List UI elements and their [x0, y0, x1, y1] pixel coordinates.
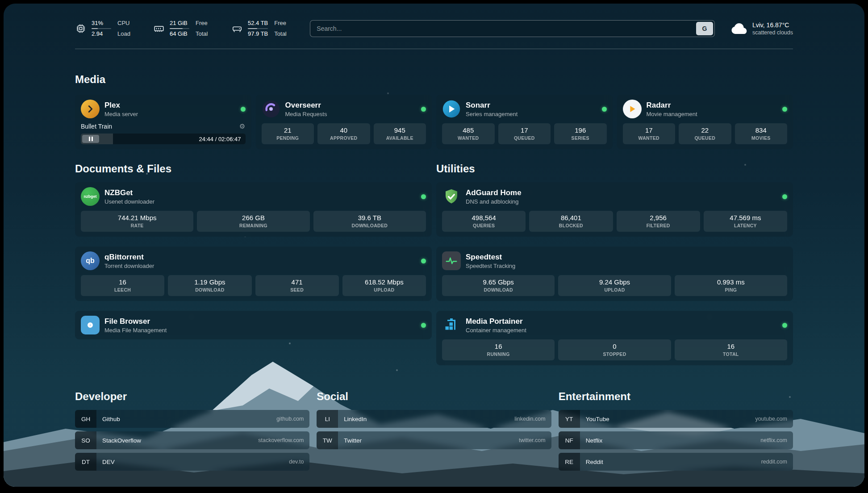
stat-box: 2,956 FILTERED	[617, 211, 700, 232]
stat-value: 22	[680, 126, 730, 134]
qbittorrent-icon: qb	[81, 251, 100, 270]
stat-value: 834	[737, 126, 786, 134]
stat-value: 2,956	[618, 214, 698, 221]
stat-label: DOWNLOADED	[315, 223, 424, 228]
disk-usage-bar	[248, 28, 268, 29]
service-name: Overseerr	[285, 101, 327, 110]
bookmark-netflix[interactable]: NF Netflix netflix.com	[559, 431, 793, 449]
bookmark-group-title: Entertainment	[559, 390, 793, 403]
speedtest-icon	[442, 251, 461, 270]
disk-free-label: Free	[274, 20, 294, 27]
now-playing-title: Bullet Train	[81, 123, 112, 130]
bookmark-stackoverflow[interactable]: SO StackOverflow stackoverflow.com	[75, 431, 309, 449]
stat-label: RUNNING	[444, 351, 553, 357]
stat-box: 618.52 Mbps UPLOAD	[342, 275, 426, 296]
service-card-nzbget[interactable]: nzbget NZBGet Usenet downloader 744.21 M…	[75, 182, 432, 237]
disk-free-value: 52.4 TB	[248, 20, 268, 27]
stat-label: PING	[676, 287, 785, 292]
overseerr-icon	[262, 100, 280, 118]
service-card-speedtest[interactable]: Speedtest Speedtest Tracking 9.65 Gbps D…	[436, 246, 793, 301]
bookmark-dev[interactable]: DT DEV dev.to	[75, 453, 309, 471]
stat-value: 17	[625, 126, 674, 134]
service-name: qBittorrent	[104, 253, 154, 262]
stat-label: AVAILABLE	[376, 135, 425, 141]
stat-value: 17	[500, 126, 549, 134]
section-media: Media Plex Media server	[75, 73, 793, 149]
service-card-portainer[interactable]: Media Portainer Container management 16 …	[436, 311, 793, 365]
stat-value: 266 GB	[199, 214, 308, 221]
stat-label: QUEUED	[680, 135, 730, 141]
bookmark-domain: youtube.com	[755, 416, 787, 422]
stat-box: 834 MOVIES	[735, 123, 788, 144]
stat-value: 498,564	[444, 214, 524, 221]
stat-label: WANTED	[625, 135, 674, 141]
service-description: Torrent downloader	[104, 263, 154, 269]
service-description: DNS and adblocking	[466, 198, 522, 205]
stat-box: 9.24 Gbps UPLOAD	[558, 275, 671, 296]
search-input[interactable]	[317, 25, 696, 32]
stat-value: 9.24 Gbps	[560, 278, 669, 286]
bookmark-reddit[interactable]: RE Reddit reddit.com	[559, 453, 793, 471]
service-description: Series management	[466, 111, 517, 117]
disk-total-label: Total	[274, 30, 294, 38]
stat-value: 1.19 Gbps	[170, 278, 250, 286]
playback-time: 24:44 / 02:06:47	[199, 136, 241, 142]
stat-box: 945 AVAILABLE	[374, 123, 426, 144]
bookmark-name: Netflix	[586, 437, 603, 444]
stat-label: BLOCKED	[531, 223, 611, 228]
qbittorrent-icon-text: qb	[86, 257, 95, 265]
stat-value: 21	[263, 126, 313, 134]
section-title-media: Media	[75, 73, 793, 86]
service-name: Media Portainer	[466, 317, 526, 326]
bookmark-twitter[interactable]: TW Twitter twitter.com	[317, 431, 551, 449]
stat-box: 16 LEECH	[81, 275, 164, 296]
bookmark-youtube[interactable]: YT YouTube youtube.com	[559, 410, 793, 428]
service-card-filebrowser[interactable]: File Browser Media File Management	[75, 311, 432, 339]
status-online-dot	[421, 323, 426, 328]
stat-box: 16 RUNNING	[442, 339, 555, 360]
section-utilities: Utilities	[436, 163, 793, 365]
service-description: Movie management	[647, 111, 697, 117]
bookmark-github[interactable]: GH Github github.com	[75, 410, 309, 428]
service-card-sonarr[interactable]: Sonarr Series management 485 WANTED 17 Q…	[436, 95, 613, 149]
service-description: Container management	[466, 327, 526, 334]
pause-icon[interactable]	[82, 135, 99, 143]
bookmark-abbr: TW	[317, 431, 338, 449]
stat-label: LATENCY	[705, 223, 785, 228]
stat-value: 196	[556, 126, 605, 134]
stat-label: QUERIES	[444, 223, 524, 228]
search-provider-button[interactable]: G	[696, 22, 713, 35]
service-description: Usenet downloader	[104, 198, 154, 205]
stat-label: SERIES	[556, 135, 605, 141]
stat-value: 16	[444, 343, 553, 350]
service-name: NZBGet	[104, 188, 154, 197]
bookmark-name: Github	[102, 416, 120, 422]
service-card-overseerr[interactable]: Overseerr Media Requests 21 PENDING 40 A…	[256, 95, 432, 149]
bookmark-domain: reddit.com	[761, 459, 787, 465]
bookmark-group-developer: Developer GH Github github.com SO StackO…	[75, 390, 309, 471]
settings-icon[interactable]: ⚙	[239, 122, 245, 130]
bookmark-linkedin[interactable]: LI LinkedIn linkedin.com	[317, 410, 551, 428]
stat-box: 17 WANTED	[623, 123, 676, 144]
stat-value: 744.21 Mbps	[83, 214, 192, 221]
section-title-utilities: Utilities	[436, 163, 793, 175]
stat-box: 17 QUEUED	[498, 123, 551, 144]
bookmark-domain: github.com	[276, 416, 304, 422]
bookmark-group-social: Social LI LinkedIn linkedin.com TW Twitt…	[317, 390, 551, 471]
service-card-plex[interactable]: Plex Media server Bullet Train ⚙ 24:44 /…	[75, 95, 251, 149]
service-card-qbittorrent[interactable]: qb qBittorrent Torrent downloader 16	[75, 246, 432, 301]
service-name: Plex	[104, 101, 138, 110]
bookmark-group-entertainment: Entertainment YT YouTube youtube.com NF …	[559, 390, 793, 471]
radarr-icon	[623, 100, 642, 118]
portainer-icon	[442, 316, 461, 334]
service-card-radarr[interactable]: Radarr Movie management 17 WANTED 22 QUE…	[617, 95, 793, 149]
disk-total-value: 97.9 TB	[248, 30, 268, 38]
bookmark-name: DEV	[102, 459, 115, 465]
stat-box: 39.6 TB DOWNLOADED	[313, 211, 426, 232]
stat-label: DOWNLOAD	[444, 287, 553, 292]
top-bar: 31% 2.94 CPU Load	[75, 20, 793, 37]
bookmark-abbr: RE	[559, 453, 580, 471]
service-card-adguard[interactable]: AdGuard Home DNS and adblocking 498,564 …	[436, 182, 793, 237]
bookmark-abbr: SO	[75, 431, 96, 449]
topbar-divider	[75, 49, 793, 49]
